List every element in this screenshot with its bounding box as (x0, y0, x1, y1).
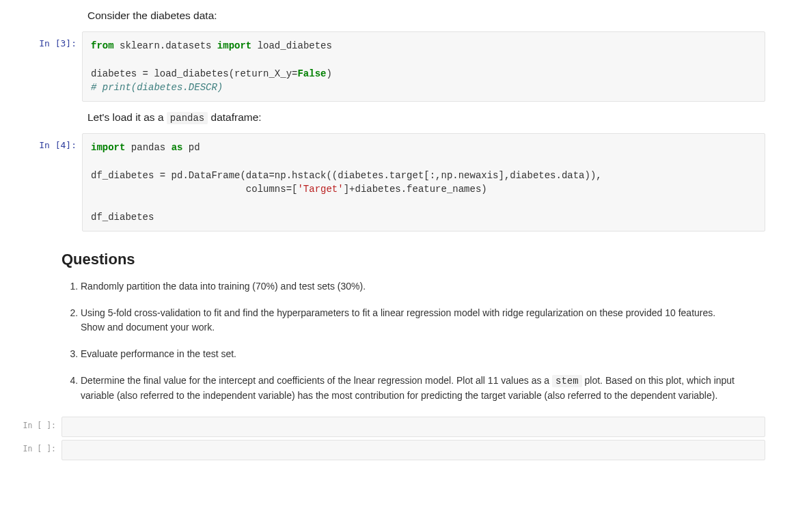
keyword-as: as (171, 142, 183, 153)
literal-false: False (297, 68, 326, 79)
code-input[interactable]: import pandas as pd df_diabetes = pd.Dat… (82, 133, 765, 232)
inline-code-pandas: pandas (167, 112, 208, 124)
input-prompt: In [ ]: (0, 417, 61, 430)
markdown-body: Consider the diabetes data: (82, 3, 765, 29)
prompt-area (0, 3, 82, 10)
empty-code-cell-2: In [ ]: (0, 440, 796, 460)
questions-section: Questions Randomly partition the data in… (61, 251, 735, 403)
markdown-cell-1: Consider the diabetes data: (0, 3, 796, 29)
code-cell-4: In [4]: import pandas as pd df_diabetes … (0, 133, 796, 232)
markdown-text: Consider the diabetes data: (87, 10, 760, 22)
keyword-import: import (217, 40, 251, 51)
code-input[interactable] (61, 417, 765, 437)
empty-code-cell-1: In [ ]: (0, 417, 796, 437)
markdown-cell-2: Let's load it as a pandas dataframe: (0, 104, 796, 130)
code-body: from sklearn.datasets import load_diabet… (82, 31, 765, 102)
markdown-body: Let's load it as a pandas dataframe: (82, 104, 765, 130)
question-item-2: Using 5-fold cross-validation to fit and… (81, 306, 735, 335)
question-item-3: Evaluate performance in the test set. (81, 347, 735, 361)
code-input[interactable] (61, 440, 765, 460)
code-body (61, 417, 765, 437)
code-body (61, 440, 765, 460)
questions-heading: Questions (61, 251, 735, 268)
question-item-4: Determine the final value for the interc… (81, 374, 735, 403)
input-prompt: In [ ]: (0, 440, 61, 453)
questions-list: Randomly partition the data into trainin… (61, 279, 735, 403)
code-body: import pandas as pd df_diabetes = pd.Dat… (82, 133, 765, 232)
code-cell-3: In [3]: from sklearn.datasets import loa… (0, 31, 796, 102)
prompt-area (0, 104, 82, 111)
input-prompt: In [4]: (0, 133, 82, 150)
string-literal: 'Target' (297, 184, 343, 195)
keyword-import: import (91, 142, 125, 153)
question-item-1: Randomly partition the data into trainin… (81, 279, 735, 294)
comment: # print(diabetes.DESCR) (91, 82, 223, 93)
keyword-from: from (91, 40, 114, 51)
inline-code-stem: stem (552, 375, 582, 387)
code-input[interactable]: from sklearn.datasets import load_diabet… (82, 31, 765, 102)
markdown-text: Let's load it as a pandas dataframe: (87, 111, 760, 124)
input-prompt: In [3]: (0, 31, 82, 48)
